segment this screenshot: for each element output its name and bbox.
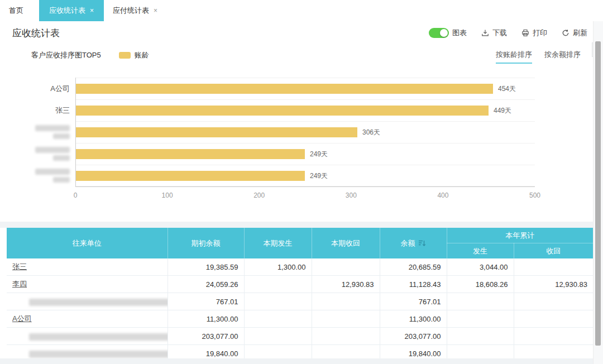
period-received-cell — [312, 310, 380, 328]
tab-receivable-stats[interactable]: 应收统计表× — [39, 0, 104, 21]
year-received-cell: 12,930.83 — [514, 276, 593, 293]
counterparty-cell: 李四 — [7, 276, 168, 293]
y-axis-label: 张三 — [0, 99, 70, 121]
x-axis-tick-label: 300 — [346, 191, 357, 199]
tab-close-icon[interactable]: × — [90, 7, 94, 15]
year-received-cell — [514, 258, 593, 276]
period-incurred-cell: 1,300.00 — [244, 258, 312, 276]
tab-label: 首页 — [9, 6, 23, 16]
bar-chart: A公司454天张三449天306天249天249天010020030040050… — [0, 45, 603, 222]
period-incurred-cell — [244, 276, 312, 293]
period-received-cell — [312, 258, 380, 276]
balance-cell: 20,685.59 — [380, 258, 447, 276]
year-incurred-cell: 18,608.26 — [447, 276, 514, 293]
table-row: 203,077.00203,077.00 — [7, 328, 593, 345]
toggle-knob — [440, 29, 448, 37]
tab-payable-stats[interactable]: 应付统计表× — [104, 0, 166, 21]
redacted-name — [29, 333, 168, 341]
table-row: 张三19,385.591,300.0020,685.593,044.00 — [7, 258, 593, 276]
balance-cell: 11,300.00 — [380, 310, 447, 328]
col-header-counterparty: 往来单位 — [7, 228, 168, 258]
col-header-period-received: 本期收回 — [312, 228, 380, 258]
redacted-label — [53, 155, 70, 161]
refresh-label: 刷新 — [573, 28, 587, 38]
chart-toggle-label: 图表 — [452, 28, 467, 38]
sort-descending-icon[interactable] — [418, 240, 426, 247]
download-button[interactable]: 下载 — [481, 28, 507, 38]
opening-balance-cell: 767.01 — [168, 293, 244, 310]
bar — [76, 106, 489, 116]
table-row: 李四24,059.2612,930.8311,128.4318,608.2612… — [7, 276, 593, 293]
x-axis-tick-label: 400 — [437, 191, 448, 199]
redacted-label — [35, 169, 70, 175]
table-header: 往来单位 期初余额 本期发生 本期收回 余额 本年累计 发生 收回 — [7, 228, 593, 258]
chart-panel: 客户应收排序图TOP5 账龄 按账龄排序 按余额排序 A公司454天张三449天… — [0, 45, 603, 222]
counterparty-cell: 张三 — [7, 258, 168, 276]
x-axis-tick-label: 500 — [529, 191, 540, 199]
col-header-year-received: 收回 — [514, 243, 593, 259]
bar-value-label: 249天 — [310, 149, 328, 159]
y-axis-label — [0, 121, 70, 143]
col-header-year-total: 本年累计 — [447, 228, 593, 243]
redacted-label — [53, 177, 70, 183]
period-received-cell: 12,930.83 — [312, 276, 380, 293]
refresh-button[interactable]: 刷新 — [562, 28, 587, 38]
redacted-label — [35, 125, 70, 131]
download-label: 下载 — [492, 28, 507, 38]
section-divider — [0, 222, 603, 228]
year-received-cell — [514, 310, 593, 328]
y-axis-label: A公司 — [0, 78, 70, 99]
table-row: 767.01767.01 — [7, 293, 593, 310]
scrollbar-thumb[interactable] — [595, 41, 601, 346]
x-axis-tick-label: 0 — [74, 191, 78, 199]
x-axis-tick-label: 100 — [162, 191, 173, 199]
bar — [76, 171, 305, 181]
opening-balance-cell: 203,077.00 — [168, 328, 244, 345]
refresh-icon — [562, 29, 570, 37]
chart-toggle-group[interactable]: 图表 — [429, 28, 467, 38]
x-axis-line — [75, 186, 535, 187]
receivables-table: 往来单位 期初余额 本期发生 本期收回 余额 本年累计 发生 收回 张三19,3… — [7, 228, 593, 362]
period-incurred-cell — [244, 293, 312, 310]
tab-bar: 首页应收统计表×应付统计表× — [0, 0, 603, 22]
col-header-opening-balance: 期初余额 — [168, 228, 244, 258]
vertical-scrollbar[interactable] — [593, 21, 603, 364]
year-received-cell — [514, 293, 593, 310]
chart-gridline — [75, 99, 535, 100]
redacted-label — [35, 147, 70, 153]
tab-home[interactable]: 首页 — [0, 0, 32, 21]
redacted-name — [29, 351, 168, 358]
period-incurred-cell — [244, 328, 312, 345]
print-label: 打印 — [533, 28, 547, 38]
print-icon — [521, 29, 529, 37]
counterparty-link[interactable]: 李四 — [12, 280, 27, 288]
bar-value-label: 449天 — [494, 106, 511, 116]
tab-label: 应收统计表 — [49, 6, 85, 16]
period-received-cell — [312, 293, 380, 310]
redacted-name — [29, 299, 168, 306]
year-incurred-cell — [447, 328, 514, 345]
bar — [76, 149, 305, 159]
chart-gridline — [75, 78, 535, 78]
print-button[interactable]: 打印 — [521, 28, 547, 38]
counterparty-cell: A公司 — [7, 310, 168, 328]
bar-value-label: 306天 — [362, 127, 380, 137]
counterparty-cell — [7, 328, 168, 345]
table-body: 张三19,385.591,300.0020,685.593,044.00李四24… — [7, 258, 593, 362]
col-header-balance: 余额 — [380, 228, 447, 258]
counterparty-link[interactable]: 张三 — [12, 262, 27, 271]
y-axis-label — [0, 165, 70, 186]
chart-toggle-switch[interactable] — [429, 28, 449, 38]
bottom-strip — [0, 358, 603, 364]
period-received-cell — [312, 328, 380, 345]
balance-cell: 11,128.43 — [380, 276, 447, 293]
tab-close-icon[interactable]: × — [154, 7, 157, 15]
col-header-period-incurred: 本期发生 — [244, 228, 312, 258]
bar-value-label: 249天 — [310, 171, 328, 181]
counterparty-link[interactable]: A公司 — [12, 314, 32, 323]
col-header-year-incurred: 发生 — [447, 243, 514, 259]
opening-balance-cell: 19,385.59 — [168, 258, 244, 276]
bar-value-label: 454天 — [498, 84, 516, 94]
year-incurred-cell: 3,044.00 — [447, 258, 514, 276]
tab-label: 应付统计表 — [113, 6, 149, 16]
